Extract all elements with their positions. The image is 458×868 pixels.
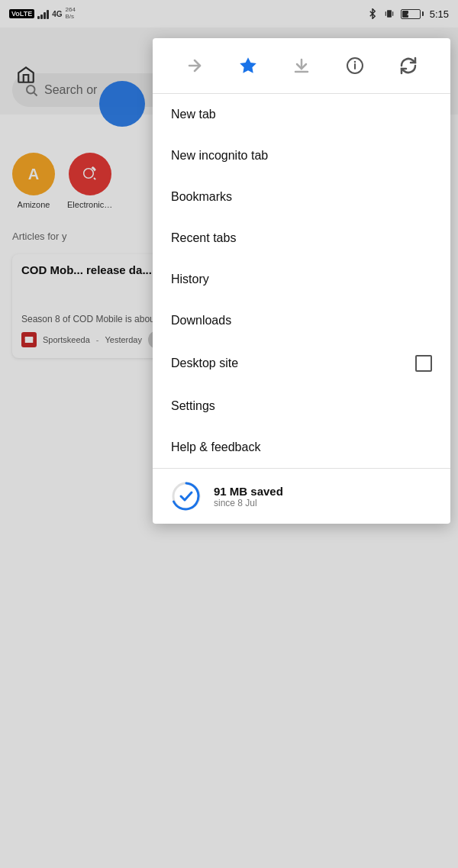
svg-point-15 xyxy=(355,62,356,63)
menu-item-help-feedback[interactable]: Help & feedback xyxy=(153,427,450,468)
menu-item-bookmarks[interactable]: Bookmarks xyxy=(153,176,450,218)
download-button[interactable] xyxy=(286,50,317,81)
forward-button[interactable] xyxy=(179,50,210,81)
menu-item-new-incognito-tab[interactable]: New incognito tab xyxy=(153,135,450,176)
data-saved-text: 91 MB saved since 8 Jul xyxy=(214,485,283,508)
menu-item-settings[interactable]: Settings xyxy=(153,386,450,427)
menu-item-desktop-site[interactable]: Desktop site xyxy=(153,341,450,386)
dropdown-menu: New tab New incognito tab Bookmarks Rece… xyxy=(153,38,450,524)
info-button[interactable] xyxy=(340,50,370,81)
menu-toolbar xyxy=(153,38,450,94)
menu-item-downloads[interactable]: Downloads xyxy=(153,300,450,341)
menu-item-new-tab[interactable]: New tab xyxy=(153,94,450,135)
menu-item-history[interactable]: History xyxy=(153,259,450,300)
data-saved-since: since 8 Jul xyxy=(214,498,283,508)
menu-item-recent-tabs[interactable]: Recent tabs xyxy=(153,218,450,259)
reload-button[interactable] xyxy=(393,50,424,81)
data-saved-icon xyxy=(171,481,202,511)
bookmark-button[interactable] xyxy=(233,50,263,81)
data-saved-amount: 91 MB saved xyxy=(214,485,283,498)
desktop-site-checkbox[interactable] xyxy=(415,355,432,372)
svg-marker-10 xyxy=(240,57,256,73)
data-saved-row: 91 MB saved since 8 Jul xyxy=(153,468,450,524)
